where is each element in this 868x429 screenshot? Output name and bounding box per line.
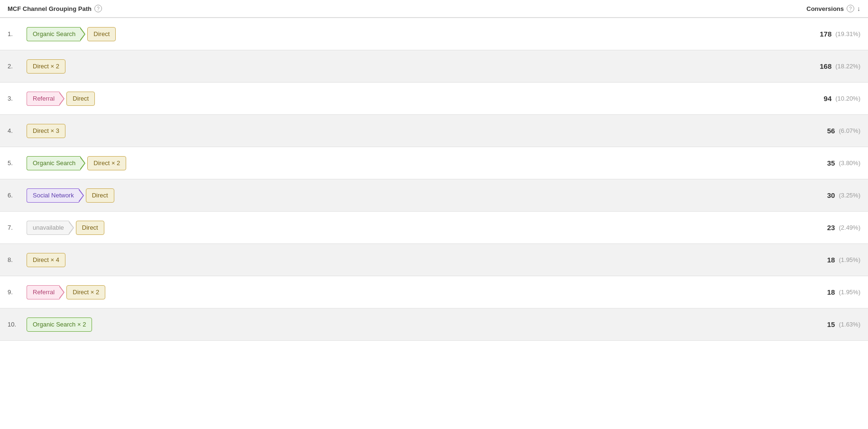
channel-tag-unavailable: unavailable xyxy=(27,221,74,235)
channel-tag-referral: Referral xyxy=(27,92,65,106)
row-number: 10. xyxy=(8,321,27,328)
row-number: 9. xyxy=(8,289,27,296)
channel-tag-referral: Referral xyxy=(27,285,65,299)
row-conversions: 56 (6.07%) xyxy=(728,127,860,135)
conversion-count: 15 xyxy=(827,320,835,328)
conversions-column-label: Conversions xyxy=(806,5,844,12)
channel-tag-social: Social Network xyxy=(27,188,84,203)
channel-tag-direct: Direct × 3 xyxy=(27,124,65,138)
row-path: Direct × 3 xyxy=(27,124,728,138)
conversion-percent: (1.95%) xyxy=(839,256,860,263)
row-conversions: 23 (2.49%) xyxy=(728,224,860,232)
row-path: Organic Search Direct xyxy=(27,27,728,41)
table-row: 9. Referral Direct × 2 18 (1.95%) xyxy=(0,276,868,308)
table-header: MCF Channel Grouping Path ? Conversions … xyxy=(0,0,868,18)
table-row: 7. unavailable Direct 23 (2.49%) xyxy=(0,212,868,244)
column-header-path: MCF Channel Grouping Path ? xyxy=(8,5,728,12)
table-row: 6. Social Network Direct 30 (3.25%) xyxy=(0,179,868,212)
conversion-percent: (18.22%) xyxy=(835,63,860,70)
row-path: Referral Direct × 2 xyxy=(27,285,728,299)
row-path: Direct × 2 xyxy=(27,59,728,74)
row-conversions: 94 (10.20%) xyxy=(728,94,860,103)
row-conversions: 18 (1.95%) xyxy=(728,288,860,296)
row-conversions: 15 (1.63%) xyxy=(728,320,860,328)
table-row: 8. Direct × 4 18 (1.95%) xyxy=(0,244,868,276)
conversion-count: 23 xyxy=(827,224,835,232)
channel-tag-direct: Direct × 2 xyxy=(27,59,65,74)
channel-tag-organic: Organic Search xyxy=(27,27,85,41)
channel-tag-direct: Direct × 2 xyxy=(87,156,126,170)
channel-tag-direct: Direct xyxy=(86,188,114,203)
row-number: 6. xyxy=(8,192,27,199)
conversion-count: 35 xyxy=(827,159,835,167)
channel-tag-direct: Direct × 2 xyxy=(66,285,105,299)
table-body: 1. Organic Search Direct 178 (19.31%) 2.… xyxy=(0,18,868,341)
conversion-count: 94 xyxy=(824,94,832,103)
channel-tag-direct: Direct xyxy=(66,92,95,106)
row-conversions: 168 (18.22%) xyxy=(728,62,860,70)
table-row: 3. Referral Direct 94 (10.20%) xyxy=(0,83,868,115)
row-path: Organic Search Direct × 2 xyxy=(27,156,728,170)
row-conversions: 35 (3.80%) xyxy=(728,159,860,167)
conversion-count: 168 xyxy=(820,62,831,70)
row-conversions: 18 (1.95%) xyxy=(728,256,860,264)
row-number: 4. xyxy=(8,127,27,134)
conversion-percent: (1.95%) xyxy=(839,289,860,296)
table-row: 1. Organic Search Direct 178 (19.31%) xyxy=(0,18,868,50)
row-number: 1. xyxy=(8,30,27,37)
row-path: Direct × 4 xyxy=(27,253,728,267)
table-row: 10. Organic Search × 2 15 (1.63%) xyxy=(0,308,868,341)
row-path: unavailable Direct xyxy=(27,221,728,235)
row-conversions: 30 (3.25%) xyxy=(728,191,860,199)
column-header-conversions: Conversions ? ↓ xyxy=(728,5,860,12)
row-path: Referral Direct xyxy=(27,92,728,106)
conversion-percent: (1.63%) xyxy=(839,321,860,328)
conversion-percent: (10.20%) xyxy=(835,95,860,102)
table-row: 5. Organic Search Direct × 2 35 (3.80%) xyxy=(0,147,868,179)
conversion-percent: (2.49%) xyxy=(839,224,860,231)
conversions-help-icon[interactable]: ? xyxy=(847,5,854,12)
sort-icon[interactable]: ↓ xyxy=(857,5,860,12)
table-row: 2. Direct × 2 168 (18.22%) xyxy=(0,50,868,83)
channel-tag-organic: Organic Search xyxy=(27,156,85,170)
conversion-count: 30 xyxy=(827,191,835,199)
table-row: 4. Direct × 3 56 (6.07%) xyxy=(0,115,868,147)
row-conversions: 178 (19.31%) xyxy=(728,30,860,38)
conversion-count: 18 xyxy=(827,288,835,296)
row-path: Social Network Direct xyxy=(27,188,728,203)
channel-tag-direct: Direct xyxy=(76,221,104,235)
channel-tag-direct: Direct × 4 xyxy=(27,253,65,267)
path-help-icon[interactable]: ? xyxy=(94,5,102,12)
path-column-label: MCF Channel Grouping Path xyxy=(8,5,92,12)
row-number: 5. xyxy=(8,159,27,167)
row-number: 3. xyxy=(8,95,27,102)
conversion-percent: (3.25%) xyxy=(839,192,860,199)
channel-tag-organic: Organic Search × 2 xyxy=(27,317,92,332)
channel-tag-direct: Direct xyxy=(87,27,116,41)
row-number: 2. xyxy=(8,63,27,70)
conversion-count: 178 xyxy=(820,30,831,38)
conversion-percent: (19.31%) xyxy=(835,30,860,37)
row-number: 8. xyxy=(8,256,27,263)
conversion-percent: (3.80%) xyxy=(839,159,860,167)
conversion-percent: (6.07%) xyxy=(839,127,860,134)
row-number: 7. xyxy=(8,224,27,231)
row-path: Organic Search × 2 xyxy=(27,317,728,332)
conversion-count: 56 xyxy=(827,127,835,135)
conversion-count: 18 xyxy=(827,256,835,264)
